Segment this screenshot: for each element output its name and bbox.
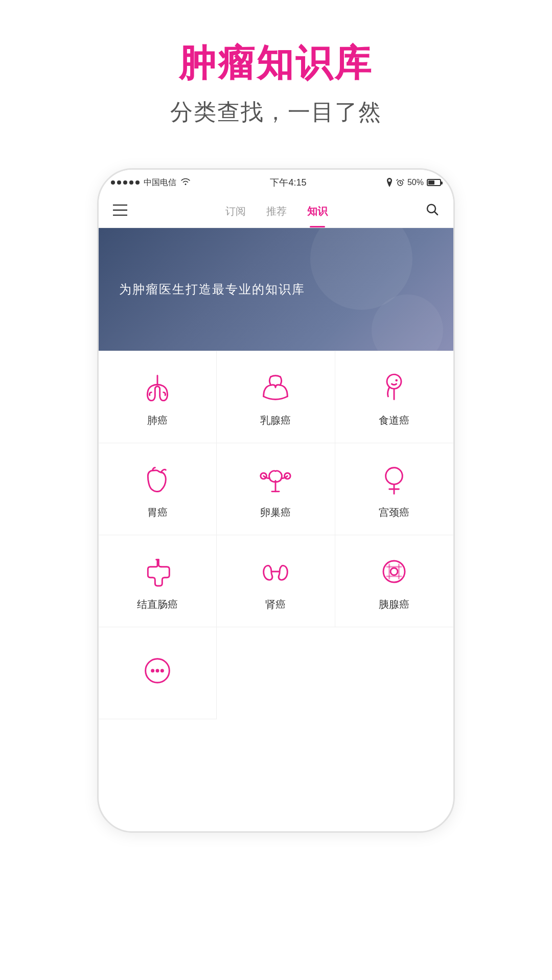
grid-item-breast[interactable]: 乳腺癌 [217, 351, 335, 443]
status-right: 50% [386, 178, 441, 187]
stomach-icon [140, 462, 175, 497]
svg-point-3 [396, 379, 398, 382]
signal-dots [111, 180, 140, 185]
pancreas-icon [376, 554, 412, 589]
esophagus-label: 食道癌 [379, 414, 409, 427]
grid-item-cervix[interactable]: 宫颈癌 [335, 443, 453, 535]
menu-button[interactable] [109, 199, 131, 223]
svg-point-7 [383, 561, 405, 582]
svg-point-12 [160, 669, 164, 672]
grid-item-more[interactable] [99, 627, 217, 719]
page-subtitle: 分类查找，一目了然 [170, 97, 382, 127]
stomach-label: 胃癌 [147, 506, 168, 519]
cervix-icon [376, 462, 412, 497]
svg-point-2 [387, 375, 401, 389]
ovary-label: 卵巢癌 [260, 506, 291, 519]
page-header: 肿瘤知识库 分类查找，一目了然 [170, 41, 382, 127]
alarm-icon [396, 178, 404, 187]
colon-icon [140, 554, 175, 589]
nav-tabs: 订阅 推荐 知识 [215, 200, 338, 222]
grid-item-ovary[interactable]: 卵巢癌 [217, 443, 335, 535]
grid-item-colon[interactable]: 结直肠癌 [99, 535, 217, 627]
tab-knowledge[interactable]: 知识 [297, 200, 338, 222]
svg-point-11 [156, 669, 159, 672]
more-icon [140, 653, 175, 689]
cervix-label: 宫颈癌 [379, 506, 409, 519]
grid-item-esophagus[interactable]: 食道癌 [335, 351, 453, 443]
banner-text: 为肿瘤医生打造最专业的知识库 [119, 281, 305, 298]
kidney-icon [258, 554, 293, 589]
phone-frame: 中国电信 下午4:15 [97, 168, 455, 833]
page-title: 肿瘤知识库 [170, 41, 382, 85]
pancreas-label: 胰腺癌 [379, 598, 409, 611]
ovary-icon [258, 462, 293, 497]
phone-wrapper: 中国电信 下午4:15 [97, 168, 455, 833]
grid-item-kidney[interactable]: 肾癌 [217, 535, 335, 627]
lung-label: 肺癌 [147, 414, 168, 427]
breast-icon [258, 370, 293, 405]
svg-point-6 [386, 468, 403, 485]
location-icon [386, 178, 393, 187]
banner: 为肿瘤医生打造最专业的知识库 [99, 228, 453, 351]
colon-label: 结直肠癌 [137, 598, 178, 611]
lung-icon [140, 370, 175, 405]
svg-point-10 [151, 669, 154, 672]
battery-percent: 50% [407, 178, 424, 187]
breast-label: 乳腺癌 [260, 414, 291, 427]
cancer-grid: 肺癌 乳腺癌 [99, 351, 453, 719]
wifi-icon [180, 177, 191, 188]
kidney-label: 肾癌 [265, 598, 286, 611]
svg-point-8 [390, 568, 398, 575]
nav-bar: 订阅 推荐 知识 [99, 195, 453, 228]
grid-item-stomach[interactable]: 胃癌 [99, 443, 217, 535]
battery-icon [427, 179, 441, 186]
status-time: 下午4:15 [270, 176, 306, 189]
search-button[interactable] [422, 199, 443, 224]
tab-subscribe[interactable]: 订阅 [215, 200, 256, 222]
carrier: 中国电信 [144, 177, 176, 188]
tab-recommend[interactable]: 推荐 [256, 200, 297, 222]
status-bar: 中国电信 下午4:15 [99, 170, 453, 195]
esophagus-icon [376, 370, 412, 405]
grid-item-lung[interactable]: 肺癌 [99, 351, 217, 443]
status-left: 中国电信 [111, 177, 191, 188]
grid-item-pancreas[interactable]: 胰腺癌 [335, 535, 453, 627]
